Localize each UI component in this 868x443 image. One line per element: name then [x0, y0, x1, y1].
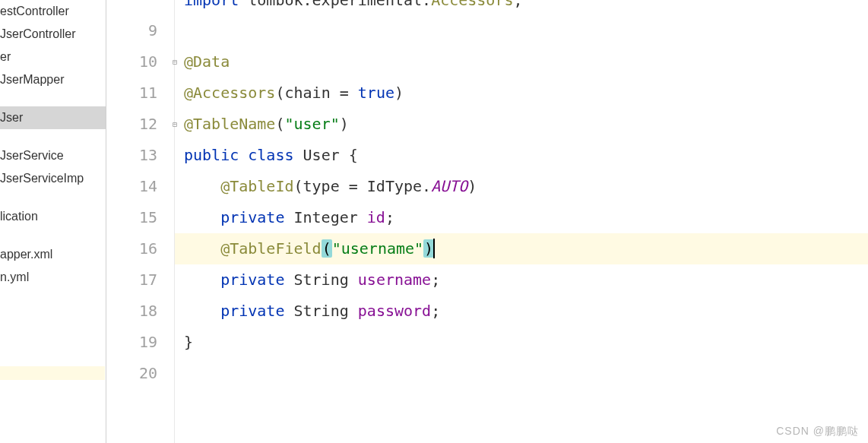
sidebar-item[interactable]: lication	[0, 205, 106, 228]
token-punc: )	[340, 115, 349, 133]
sidebar-item-label: JserService	[0, 149, 64, 162]
gutter-line[interactable]: 14	[106, 171, 174, 202]
token-anno: @TableField	[184, 239, 322, 258]
line-number: 14	[139, 177, 157, 195]
code-line[interactable]: import lombok.experimental.Accessors;	[175, 0, 868, 15]
sidebar-item[interactable]: JserService	[0, 144, 106, 167]
sidebar-item[interactable]: Jser	[0, 106, 106, 129]
token-bracket-hl: )	[423, 239, 434, 258]
code-line[interactable]: @TableName("user")	[175, 109, 868, 140]
code-line[interactable]: private String username;	[175, 264, 868, 296]
sidebar-item[interactable]: JserController	[0, 23, 106, 46]
code-line[interactable]: private String password;	[175, 296, 868, 327]
code-area[interactable]: import lombok.experimental.Accessors;@Da…	[175, 0, 868, 443]
token-anno: @TableName	[184, 115, 275, 133]
token-kw: true	[358, 84, 394, 102]
sidebar-item[interactable]: er	[0, 46, 106, 68]
token-kw: import	[184, 0, 239, 9]
gutter-line[interactable]	[106, 0, 174, 15]
token-kw: private	[184, 302, 294, 320]
gutter-line[interactable]: 13	[106, 140, 174, 171]
sidebar-spacer	[0, 190, 106, 205]
token-ident: lombok.experimental.	[239, 0, 431, 9]
gutter-line[interactable]: 16	[106, 233, 174, 264]
line-number: 13	[139, 146, 157, 164]
sidebar-items-container: estControllerJserControllererJserMapperJ…	[0, 0, 106, 289]
token-anno: @Accessors	[184, 84, 275, 102]
gutter-line[interactable]: 11	[106, 78, 174, 109]
token-kw: public class	[184, 146, 303, 164]
line-number: 12	[139, 115, 157, 133]
text-cursor	[433, 239, 435, 258]
token-punc: ;	[385, 208, 394, 226]
code-line[interactable]: @TableId(type = IdType.AUTO)	[175, 171, 868, 202]
sidebar-item-label: JserServiceImp	[0, 172, 84, 185]
token-punc: ;	[431, 271, 440, 289]
gutter-line[interactable]: 9	[106, 15, 174, 46]
gutter-line[interactable]: 17	[106, 264, 174, 296]
editor-area[interactable]: 910⊟1112⊟1314151617181920 import lombok.…	[106, 0, 868, 443]
sidebar-highlight-band	[0, 366, 105, 380]
gutter-line[interactable]: 10⊟	[106, 46, 174, 78]
code-line[interactable]: private Integer id;	[175, 202, 868, 233]
code-line[interactable]	[175, 358, 868, 389]
line-number: 17	[139, 271, 157, 289]
sidebar-item-label: estController	[0, 5, 69, 17]
sidebar-item[interactable]: apper.xml	[0, 243, 106, 266]
gutter-line[interactable]: 15	[106, 202, 174, 233]
gutter-line[interactable]: 18	[106, 296, 174, 327]
token-punc: ;	[431, 302, 440, 320]
token-kw: private	[184, 271, 294, 289]
gutter-line[interactable]: 19	[106, 327, 174, 358]
code-line[interactable]: @Accessors(chain = true)	[175, 78, 868, 109]
token-kw: private	[184, 208, 294, 226]
sidebar-item[interactable]: JserMapper	[0, 68, 106, 91]
code-line[interactable]: @Data	[175, 46, 868, 78]
sidebar-item[interactable]: estController	[0, 0, 106, 23]
token-const-italic: AUTO	[431, 177, 467, 195]
token-punc: ;	[514, 0, 523, 9]
gutter-line[interactable]: 12⊟	[106, 109, 174, 140]
token-bracket-hl: (	[322, 239, 332, 258]
token-anno: @Data	[184, 52, 230, 71]
token-punc: (chain =	[275, 84, 357, 102]
code-line[interactable]: }	[175, 327, 868, 358]
gutter-line[interactable]: 20	[106, 358, 174, 389]
token-punc: )	[467, 177, 477, 195]
line-number: 15	[139, 208, 157, 226]
line-number-gutter[interactable]: 910⊟1112⊟1314151617181920	[106, 0, 175, 443]
line-number: 9	[148, 21, 157, 40]
token-type: User	[303, 146, 349, 164]
line-number: 18	[139, 302, 157, 320]
sidebar-spacer	[0, 91, 106, 106]
token-anno: Accessors	[431, 0, 513, 9]
code-line[interactable]: public class User {	[175, 140, 868, 171]
sidebar-item[interactable]: JserServiceImp	[0, 167, 106, 190]
sidebar-item-label: apper.xml	[0, 248, 52, 261]
sidebar-item-label: lication	[0, 210, 38, 223]
token-str: "user"	[284, 115, 339, 133]
token-type: String	[294, 271, 358, 289]
sidebar-item-label: er	[0, 50, 11, 63]
sidebar-item[interactable]: n.yml	[0, 266, 106, 289]
sidebar-item-label: n.yml	[0, 271, 29, 283]
sidebar-item-label: JserMapper	[0, 73, 64, 86]
token-punc: (type = IdType.	[294, 177, 432, 195]
sidebar-spacer	[0, 129, 106, 144]
token-type: Integer	[294, 208, 367, 226]
token-str: "username"	[332, 239, 423, 258]
code-line[interactable]	[175, 15, 868, 46]
sidebar-item-label: JserController	[0, 27, 76, 40]
project-sidebar[interactable]: estControllerJserControllererJserMapperJ…	[0, 0, 106, 443]
line-number: 20	[139, 364, 157, 382]
sidebar-item-label: Jser	[0, 111, 23, 124]
token-field: username	[358, 271, 431, 289]
token-anno: @TableId	[184, 177, 294, 195]
line-number: 10	[139, 52, 157, 71]
token-punc: (	[275, 115, 284, 133]
sidebar-spacer	[0, 228, 106, 243]
code-line[interactable]: @TableField("username")	[175, 233, 868, 264]
token-field: password	[358, 302, 431, 320]
token-punc: {	[349, 146, 358, 164]
token-punc: }	[184, 333, 193, 351]
